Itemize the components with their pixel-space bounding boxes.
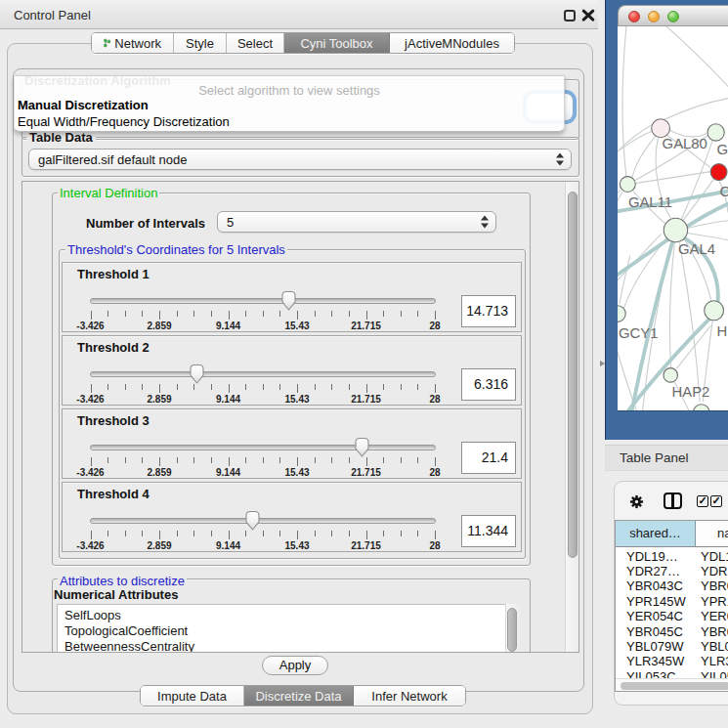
slider-major-tick xyxy=(159,457,160,466)
tab-jactivemnodules[interactable]: jActiveMNodules xyxy=(390,33,514,53)
column-header-name[interactable]: name xyxy=(717,521,728,546)
network-node[interactable] xyxy=(705,301,724,321)
table-data-combobox[interactable]: galFiltered.sif default node xyxy=(28,149,572,170)
threshold-value-field[interactable]: 6.316 xyxy=(461,368,516,401)
checkbox-icon[interactable]: ✓ xyxy=(697,495,708,507)
cell-shared-name: YDL19… xyxy=(626,549,678,564)
slider-thumb[interactable] xyxy=(280,290,297,312)
gear-icon[interactable] xyxy=(629,494,644,509)
table-row[interactable]: YDL19…YDL194W xyxy=(616,549,728,565)
table-data-combobox-value: galFiltered.sif default node xyxy=(29,152,187,167)
minimize-light[interactable] xyxy=(648,11,660,22)
slider-tick-label: 9.144 xyxy=(216,321,240,331)
network-node[interactable] xyxy=(694,405,709,410)
slider-track[interactable] xyxy=(90,298,436,304)
attribute-item[interactable]: SelfLoops xyxy=(58,608,505,623)
network-node-label: GA xyxy=(717,142,728,157)
network-node[interactable] xyxy=(664,218,687,242)
slider-tick-label: 15.43 xyxy=(284,394,309,405)
dropdown-item-1[interactable]: Manual Discretization xyxy=(18,98,149,112)
network-window-titlebar[interactable] xyxy=(618,5,728,26)
slider-thumb[interactable] xyxy=(189,364,205,385)
network-node[interactable] xyxy=(664,368,677,383)
slider-minor-tick xyxy=(383,531,384,536)
thresholds-coordinates-title: Threshold's Coordinates for 5 Intervals xyxy=(65,243,287,256)
close-light[interactable] xyxy=(628,11,640,22)
network-node[interactable] xyxy=(707,124,724,141)
slider-track[interactable] xyxy=(90,371,436,377)
split-divider-grip[interactable] xyxy=(599,360,606,367)
column-header-shared-name[interactable]: shared… xyxy=(616,521,696,546)
cell-shared-name: YLR345W xyxy=(626,654,684,668)
threshold-panel-1: Threshold 1-3.4262.8599.14415.4321.71528… xyxy=(62,262,522,332)
numerical-attributes-list[interactable]: SelfLoopsTopologicalCoefficientBetweenne… xyxy=(57,604,506,653)
number-of-intervals-combobox[interactable]: 5 xyxy=(217,211,496,233)
table-row[interactable]: YBR045CYBR045C xyxy=(616,624,728,640)
attribute-item[interactable]: TopologicalCoefficient xyxy=(58,623,505,639)
tab-cyni-toolbox[interactable]: Cyni Toolbox xyxy=(284,33,390,53)
network-icon xyxy=(104,36,110,50)
table-row[interactable]: YPR145WYPR145W xyxy=(616,594,728,610)
checkbox-icon[interactable]: ✓ xyxy=(710,495,722,507)
slider-track[interactable] xyxy=(90,445,436,450)
attributes-title: Attributes to discretize xyxy=(58,575,187,587)
tab-select[interactable]: Select xyxy=(227,33,284,53)
table-row[interactable]: YBL079WYBL079W xyxy=(616,639,728,655)
cell-name: YER054C xyxy=(701,609,728,623)
slider-minor-tick xyxy=(417,384,418,390)
table-row[interactable]: YBR043CYBR043C xyxy=(616,578,728,594)
slider-thumb[interactable] xyxy=(244,510,261,532)
network-node[interactable] xyxy=(710,164,727,181)
threshold-value-field[interactable]: 11.344 xyxy=(461,515,516,547)
apply-button[interactable]: Apply xyxy=(262,656,328,675)
tab-label: Impute Data xyxy=(157,689,227,704)
slider-minor-tick xyxy=(315,384,316,390)
network-canvas[interactable]: GAL80GACGAL11GAL4GCY1HHAP2 xyxy=(618,26,728,411)
tab-network[interactable]: Network xyxy=(92,33,174,53)
network-node[interactable] xyxy=(620,177,635,193)
tab-style[interactable]: Style xyxy=(174,33,227,53)
slider-minor-tick xyxy=(349,457,350,463)
slider-track[interactable] xyxy=(90,518,436,524)
slider-major-tick xyxy=(159,531,160,539)
table-horizontal-scrollbar[interactable] xyxy=(616,678,728,692)
combo-arrows-icon xyxy=(556,153,564,166)
network-node[interactable] xyxy=(618,306,625,322)
table-hscrollbar-thumb[interactable] xyxy=(621,682,728,690)
tab-impute-data[interactable]: Impute Data xyxy=(141,686,244,706)
slider-tick-label: 21.715 xyxy=(351,321,381,331)
attributes-scrollbar-thumb[interactable] xyxy=(507,608,517,652)
slider-minor-tick xyxy=(193,311,194,317)
threshold-value-field[interactable]: 21.4 xyxy=(461,442,516,474)
slider-thumb[interactable] xyxy=(354,437,370,458)
number-of-intervals-value: 5 xyxy=(218,215,234,230)
threshold-label: Threshold 3 xyxy=(77,413,150,428)
float-window-icon[interactable] xyxy=(564,10,576,21)
split-columns-icon[interactable] xyxy=(664,492,682,509)
dropdown-prompt-item[interactable]: Select algorithm to view settings xyxy=(15,83,564,98)
slider-minor-tick xyxy=(401,457,402,463)
table-row[interactable]: YLR345WYLR345W xyxy=(616,654,728,669)
close-icon[interactable] xyxy=(581,8,595,22)
slider-major-tick xyxy=(229,457,230,466)
settings-scrollbar-thumb[interactable] xyxy=(568,192,578,558)
slider-major-tick xyxy=(91,384,92,393)
slider-major-tick xyxy=(366,311,367,320)
table-row[interactable]: YER054CYER054C xyxy=(616,609,728,624)
tab-discretize-data[interactable]: Discretize Data xyxy=(244,686,354,706)
table-row[interactable]: YDR27…YDR277C xyxy=(616,564,728,579)
threshold-value-field[interactable]: 14.713 xyxy=(461,295,516,327)
tab-infer-network[interactable]: Infer Network xyxy=(354,686,465,706)
zoom-light[interactable] xyxy=(667,11,679,22)
slider-minor-tick xyxy=(193,531,194,536)
slider-major-tick xyxy=(366,457,367,466)
slider-minor-tick xyxy=(211,531,212,536)
network-edge xyxy=(646,26,728,90)
control-panel-tabs: NetworkStyleSelectCyni ToolboxjActiveMNo… xyxy=(91,32,515,54)
cell-name: YBR045C xyxy=(701,624,728,639)
slider-minor-tick xyxy=(142,457,143,463)
slider-minor-tick xyxy=(245,384,246,390)
attribute-item[interactable]: BetweennessCentrality xyxy=(58,639,505,653)
dropdown-item-2[interactable]: Equal Width/Frequency Discretization xyxy=(18,114,230,129)
threshold-label: Threshold 2 xyxy=(77,340,150,355)
